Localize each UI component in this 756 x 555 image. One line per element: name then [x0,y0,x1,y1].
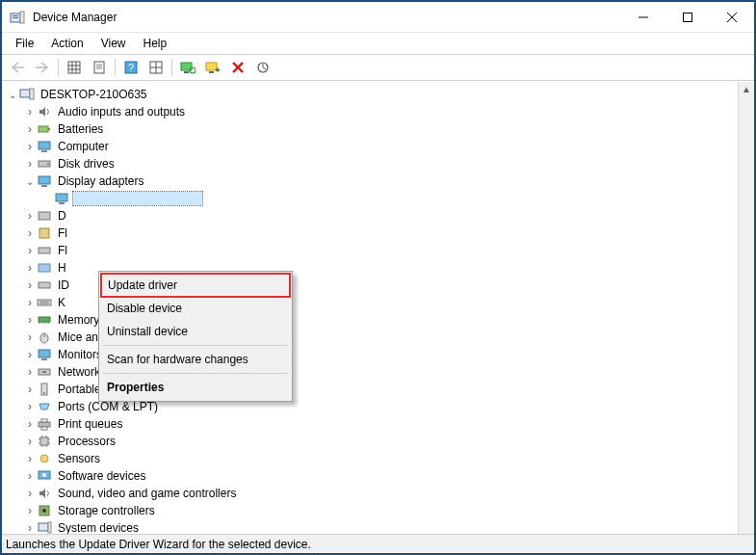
expand-caret-icon[interactable] [23,417,37,431]
expand-caret-icon[interactable] [23,244,37,257]
expand-caret-icon[interactable] [23,105,37,119]
ctx-update-driver[interactable]: Update driver [100,273,291,298]
tree-item-audio[interactable]: Audio inputs and outputs [23,103,738,120]
battery-icon [37,121,52,137]
expand-caret-icon[interactable] [23,365,37,379]
expand-caret-icon[interactable] [23,504,37,517]
expand-caret-icon[interactable] [23,157,37,171]
expand-caret-icon[interactable] [23,313,37,327]
expand-caret-icon[interactable] [23,261,37,275]
svg-rect-81 [48,522,51,533]
menu-file[interactable]: File [8,35,41,52]
tree-item-label [73,192,202,205]
close-button[interactable] [710,2,754,32]
ctx-disable-device[interactable]: Disable device [101,297,290,320]
ctx-scan-hardware[interactable]: Scan for hardware changes [101,348,290,371]
expand-caret-icon[interactable] [23,278,37,292]
context-menu: Update driver Disable device Uninstall d… [98,271,293,402]
expand-caret-icon[interactable] [23,296,37,309]
expand-caret-icon[interactable] [23,226,37,240]
expand-caret-icon[interactable] [23,400,37,413]
expand-caret-icon[interactable] [23,469,37,483]
device-manager-window: Device Manager File Action View Help ? [0,0,756,555]
scan-hardware-button[interactable] [251,57,274,78]
svg-rect-13 [94,62,104,73]
window-controls [621,2,754,32]
tree-item-batteries[interactable]: Batteries [23,120,738,138]
svg-rect-45 [39,264,50,272]
menu-view[interactable]: View [93,35,134,52]
tree-item-display-adapters[interactable]: Display adapters [23,172,738,190]
printer-icon [37,416,52,432]
expand-caret-icon[interactable] [23,452,37,465]
svg-point-75 [40,455,48,462]
maximize-button[interactable] [665,2,710,32]
cpu-icon [37,434,52,449]
menu-help[interactable]: Help [136,35,175,52]
tree-item-label: Print queues [56,417,124,431]
expand-caret-icon[interactable] [23,348,37,361]
expand-caret-icon[interactable] [23,140,37,153]
minimize-button[interactable] [621,2,665,32]
tree-item-display-adapter-child[interactable] [40,190,738,207]
uninstall-device-button[interactable] [226,57,249,78]
svg-rect-66 [40,437,48,445]
scroll-up-icon[interactable]: ▲ [742,84,751,94]
svg-rect-3 [13,17,18,18]
tree-item-obscured[interactable]: Fl [23,225,738,242]
tree-item-software[interactable]: Software devices [23,467,738,485]
ctx-uninstall-device[interactable]: Uninstall device [101,320,290,343]
svg-rect-60 [42,371,46,373]
tree-item-obscured[interactable]: Fl [23,242,738,259]
action-button[interactable] [144,57,168,78]
tree-item-print[interactable]: Print queues [23,415,738,433]
back-button[interactable] [6,57,29,78]
properties-button[interactable] [88,57,111,78]
vertical-scrollbar[interactable]: ▲ [738,82,754,534]
tree-root-label: DESKTOP-210O635 [39,88,149,101]
arrow-left-icon [10,61,25,74]
svg-rect-46 [39,282,50,288]
tree-item-storage[interactable]: Storage controllers [23,502,738,519]
help-button[interactable]: ? [119,57,143,78]
show-hidden-button[interactable] [63,57,86,78]
forward-button[interactable] [31,57,54,78]
tree-item-disk-drives[interactable]: Disk drives [23,155,738,172]
expand-caret-icon[interactable] [23,176,37,187]
tree-root[interactable]: DESKTOP-210O635 [6,86,738,103]
svg-rect-44 [39,248,50,253]
help-icon: ? [124,61,138,74]
tree-item-processors[interactable]: Processors [23,433,738,450]
tree-item-computer[interactable]: Computer [23,138,738,155]
device-tree[interactable]: DESKTOP-210O635 Audio inputs and outputs… [2,82,738,534]
expand-caret-icon[interactable] [6,90,19,100]
expand-caret-icon[interactable] [23,383,37,396]
tree-item-obscured[interactable]: D [23,207,738,225]
expand-caret-icon[interactable] [23,122,37,136]
expand-caret-icon[interactable] [23,209,37,223]
system-icon [37,520,52,534]
mouse-icon [37,330,52,345]
expand-caret-icon[interactable] [23,487,37,500]
menu-action[interactable]: Action [43,35,91,52]
grid-icon [67,61,81,74]
arrow-right-icon [35,61,50,74]
sound-icon [37,486,52,501]
device-icon [37,208,52,224]
svg-rect-32 [39,126,48,132]
disable-device-button[interactable] [201,57,224,78]
content-area: DESKTOP-210O635 Audio inputs and outputs… [2,81,754,534]
tree-item-sound[interactable]: Sound, video and game controllers [23,485,738,502]
expand-caret-icon[interactable] [23,330,37,344]
expand-caret-icon[interactable] [23,521,37,534]
expand-caret-icon[interactable] [23,435,37,448]
svg-rect-65 [41,427,47,430]
update-driver-button[interactable] [176,57,199,78]
tree-item-system[interactable]: System devices [23,519,738,534]
ctx-properties[interactable]: Properties [101,376,290,399]
svg-rect-34 [39,142,50,149]
svg-rect-23 [184,71,189,73]
tree-item-sensors[interactable]: Sensors [23,450,738,467]
monitor-down-icon [205,61,221,74]
tree-item-label: Fl [56,226,69,240]
